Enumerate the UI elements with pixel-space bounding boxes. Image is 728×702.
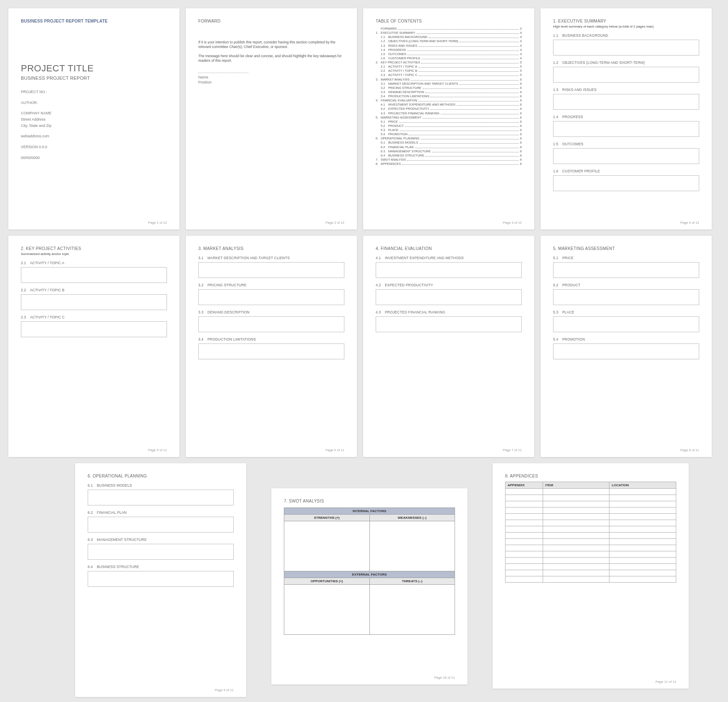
toc-entry-page: 4 <box>520 44 522 48</box>
project-title: PROJECT TITLE <box>21 63 167 74</box>
section-note: High level summary of each category belo… <box>553 25 699 28</box>
toc-entry-page: 6 <box>520 145 522 149</box>
subsection: 2.1ACTIVITY / TOPIC A <box>21 261 167 283</box>
toc-entry-label: PROGRESS <box>388 48 406 52</box>
toc-entry: 8.APPENDICES6 <box>376 162 522 166</box>
toc-entry-page: 6 <box>520 124 522 128</box>
section-heading: 1. EXECUTIVE SUMMARY <box>553 19 699 23</box>
subsection-input-box <box>376 262 522 278</box>
subsection-label: OBJECTIVES (LONG-TERM AND SHORT-TERM) <box>562 61 645 65</box>
page-footer: Page 6 of 11 <box>326 448 344 452</box>
toc-entry-label: BUSINESS BACKGROUND <box>388 35 427 39</box>
toc-entry-label: KEY PROJECT ACTIVITIES <box>381 61 420 65</box>
toc-entry-label: MARKETING ASSESSMENT <box>381 116 422 120</box>
subsection-label: BUSINESS BACKGROUND <box>562 33 608 38</box>
appendix-row <box>506 501 676 508</box>
subsection-label: PRODUCTION LIMITATIONS <box>207 337 256 341</box>
toc-entry-number: 6.4 <box>381 154 388 158</box>
toc-entry-label: ACTIVITY / TOPIC C <box>388 73 417 77</box>
toc-entry-number: 1.6 <box>381 56 388 61</box>
appendices-table: APPENDIX ITEM LOCATION <box>505 482 676 583</box>
page-footer: Page 8 of 11 <box>680 448 699 452</box>
toc-entry-number: 3.4 <box>381 94 388 98</box>
toc-entry: 1.1BUSINESS BACKGROUND4 <box>376 35 522 39</box>
toc-entry-number: 5.1 <box>381 120 388 124</box>
appendix-cell <box>506 551 543 558</box>
page-footer: Page 10 of 11 <box>434 676 455 679</box>
section-heading: 6. OPERATIONAL PLANNING <box>88 474 234 478</box>
toc-dots <box>399 122 519 123</box>
appendix-cell <box>543 558 609 564</box>
appendix-row <box>506 533 676 539</box>
toc-entry: 5.4PROMOTION6 <box>376 132 522 136</box>
subsection: 5.4PROMOTION <box>553 337 699 359</box>
subsection-input-box <box>553 175 699 191</box>
subsection-input-box <box>553 262 699 278</box>
page-5-key-activities: 2. KEY PROJECT ACTIVITIESSummarized acti… <box>8 236 179 457</box>
page-2-forward: FORWARD If it is your intention to publi… <box>186 8 357 230</box>
subsection-input-box <box>21 294 167 310</box>
toc-entry: 3.2PRICING STRUCTURE6 <box>376 86 522 90</box>
page-footer: Page 9 of 11 <box>215 688 234 692</box>
template-header: BUSINESS PROJECT REPORT TEMPLATE <box>21 19 167 23</box>
toc-entry: 4.3PROJECTED FINANCIAL RANKING6 <box>376 111 522 116</box>
subsection-label: ACTIVITY / TOPIC C <box>30 315 65 319</box>
toc-dots <box>418 67 519 68</box>
subsection: 3.3DEMAND DESCRIPTION <box>198 310 344 332</box>
toc-entry: 4.1INVESTMENT EXPENDITURE AND METHODS6 <box>376 103 522 107</box>
toc-entry-label: BUSINESS STRUCTURE <box>388 154 424 158</box>
toc-entry-number: 6.1 <box>381 141 388 145</box>
toc-entry-page: 6 <box>520 78 522 82</box>
toc-entry-page: 6 <box>520 120 522 124</box>
subsection-heading: 4.3PROJECTED FINANCIAL RANKING <box>376 310 522 314</box>
web-address: webaddress.com <box>21 134 167 139</box>
section-heading: 3. MARKET ANALYSIS <box>198 246 344 251</box>
subsection-number: 3.3 <box>198 310 207 314</box>
toc-entry-page: 5 <box>520 65 522 69</box>
subsection-heading: 3.1MARKET DESCRIPTION AND TARGET CLIENTS <box>198 256 344 260</box>
author-label: AUTHOR: <box>21 101 167 106</box>
toc-entry-page: 6 <box>520 136 522 141</box>
subsection-input-box <box>553 343 699 359</box>
section-heading: 2. KEY PROJECT ACTIVITIES <box>21 246 167 251</box>
appendix-cell <box>506 495 543 501</box>
toc-entry-number: 4.1 <box>381 103 388 107</box>
appendix-cell <box>506 520 543 526</box>
toc-entry-number: 5.4 <box>381 132 388 136</box>
toc-dots <box>430 97 518 97</box>
toc-dots <box>420 143 519 144</box>
toc-dots <box>432 152 519 152</box>
forward-paragraph-1: If it is your intention to publish this … <box>198 40 344 50</box>
toc-entry-number: 5.2 <box>381 124 388 128</box>
toc-entry-number: 2. <box>376 61 381 65</box>
toc-entry-label: FINANCIAL EVALUATION <box>381 98 417 103</box>
section-heading: 5. MARKETING ASSESSMENT <box>553 246 699 251</box>
subsection-number: 1.1 <box>553 33 562 38</box>
section-note: Summarized activity and/or topic <box>21 252 167 256</box>
toc-entry-page: 4 <box>520 39 522 43</box>
toc-entry: 2.3ACTIVITY / TOPIC C5 <box>376 73 522 77</box>
appendix-row <box>506 489 676 495</box>
subsection-heading: 3.3DEMAND DESCRIPTION <box>198 310 344 314</box>
toc-entry-page: 5 <box>520 61 522 65</box>
page-footer: Page 11 of 11 <box>655 680 676 684</box>
subsection-number: 3.4 <box>198 337 207 341</box>
subsection: 1.4PROGRESS <box>553 115 699 137</box>
toc-dots <box>402 164 518 165</box>
appendix-cell <box>609 508 676 514</box>
toc-entry: 1.5OUTCOMES4 <box>376 52 522 56</box>
subsection-input-box <box>88 490 234 505</box>
toc-entry-number: 2.1 <box>381 65 388 69</box>
subsection-input-box <box>376 316 522 332</box>
page-8-marketing-assessment: 5. MARKETING ASSESSMENT5.1PRICE5.2PRODUC… <box>541 236 712 457</box>
appendix-col-appendix: APPENDIX <box>506 482 543 489</box>
toc-dots <box>407 160 519 161</box>
appendix-cell <box>543 545 609 551</box>
toc-entry: 1.EXECUTIVE SUMMARY4 <box>376 31 522 35</box>
subsection-heading: 6.1BUSINESS MODELS <box>88 483 234 487</box>
toc-entry-label: DEMAND DESCRIPTION <box>388 90 424 94</box>
toc-entry: 6.OPERATIONAL PLANNING6 <box>376 136 522 141</box>
toc-entry-label: PRICE <box>388 120 398 124</box>
toc-entry: 6.3MANAGEMENT STRUCTURE6 <box>376 149 522 154</box>
appendix-row <box>506 539 676 545</box>
